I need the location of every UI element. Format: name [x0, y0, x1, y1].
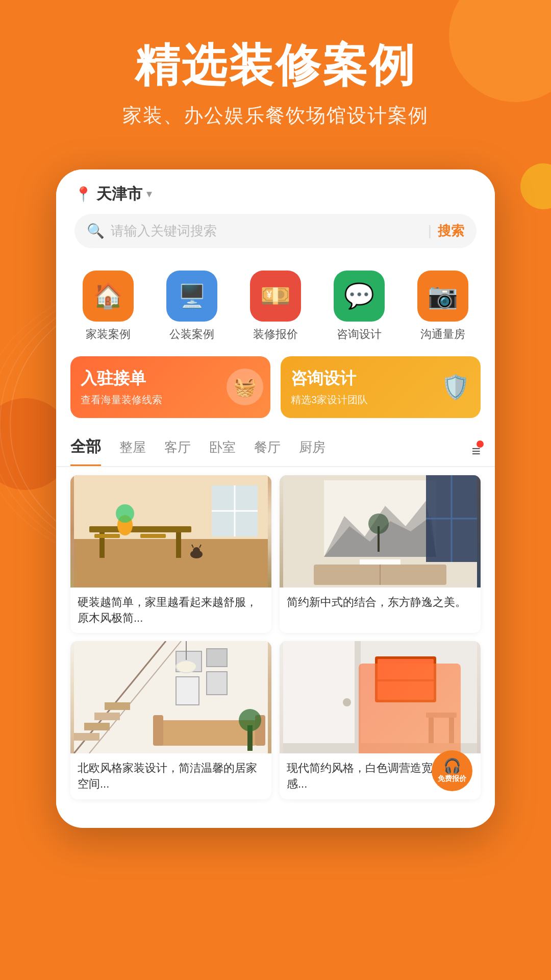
card-2-image	[280, 475, 481, 587]
banner-design-icon: 🛡️	[437, 369, 473, 405]
svg-rect-47	[283, 641, 360, 753]
location-row[interactable]: 📍 天津市 ▾	[74, 184, 477, 205]
search-bar[interactable]: 🔍 请输入关键词搜索 | 搜索	[74, 214, 477, 248]
svg-point-49	[343, 698, 351, 706]
tab-living[interactable]: 客厅	[164, 438, 191, 463]
svg-rect-27	[74, 733, 99, 741]
free-price-badge[interactable]: 🎧 免费报价	[432, 750, 472, 791]
card-2-illustration	[280, 475, 481, 587]
hero-section: 精选装修案例 家装、办公娱乐餐饮场馆设计案例	[0, 0, 551, 149]
category-measure-label: 沟通量房	[420, 327, 465, 342]
card-1[interactable]: 硬装越简单，家里越看起来越舒服，原木风极简...	[70, 475, 271, 633]
filter-tabs: 全部 整屋 客厅 卧室 餐厅 厨房 ≡	[56, 428, 495, 467]
category-price[interactable]: 💴 装修报价	[250, 271, 301, 342]
card-3-body: 北欧风格家装设计，简洁温馨的居家空间...	[70, 753, 271, 799]
card-2[interactable]: 简约新中式的结合，东方静逸之美。	[280, 475, 481, 633]
card-4-illustration	[280, 641, 481, 753]
svg-rect-36	[153, 715, 163, 746]
card-2-title: 简约新中式的结合，东方静逸之美。	[287, 595, 473, 610]
search-divider: |	[428, 223, 432, 239]
card-1-image	[70, 475, 271, 587]
card-1-illustration	[70, 475, 271, 587]
card-1-body: 硬装越简单，家里越看起来越舒服，原木风极简...	[70, 587, 271, 633]
svg-point-39	[176, 660, 196, 673]
search-placeholder[interactable]: 请输入关键词搜索	[111, 222, 422, 240]
svg-rect-7	[176, 532, 181, 558]
location-text: 天津市	[96, 184, 142, 205]
free-badge-label: 免费报价	[438, 774, 466, 783]
svg-rect-48	[355, 641, 361, 753]
card-3-illustration	[70, 641, 271, 753]
svg-point-17	[368, 513, 389, 534]
hero-subtitle: 家装、办公娱乐餐饮场馆设计案例	[20, 103, 531, 129]
card-4[interactable]: 🎧 免费报价 现代简约风格，白色调营造宽敞明亮感...	[280, 641, 481, 799]
svg-rect-45	[378, 659, 434, 700]
category-consult-label: 咨询设计	[337, 327, 382, 342]
banner-settle-icon: 🧺	[227, 369, 263, 405]
search-icon: 🔍	[87, 223, 105, 239]
location-pin-icon: 📍	[74, 186, 92, 203]
svg-rect-29	[94, 713, 120, 720]
category-price-icon: 💴	[250, 271, 301, 322]
svg-rect-44	[375, 656, 436, 702]
svg-point-13	[193, 547, 200, 554]
category-consult[interactable]: 💬 咨询设计	[334, 271, 385, 342]
tab-kitchen[interactable]: 厨房	[299, 438, 325, 463]
tab-whole[interactable]: 整屋	[119, 438, 146, 463]
svg-point-11	[116, 504, 134, 523]
card-1-title: 硬装越简单，家里越看起来越舒服，原木风极简...	[78, 595, 264, 626]
category-home-icon: 🏠	[83, 271, 134, 322]
bg-decoration-circle-mid	[520, 163, 551, 209]
category-home-label: 家装案例	[86, 327, 131, 342]
category-home[interactable]: 🏠 家装案例	[83, 271, 134, 342]
location-dropdown-icon: ▾	[146, 187, 152, 201]
filter-menu-icon[interactable]: ≡	[471, 443, 481, 460]
banner-settle[interactable]: 入驻接单 查看海量装修线索 🧺	[70, 356, 270, 418]
svg-rect-28	[84, 723, 110, 730]
headphone-icon: 🎧	[443, 757, 461, 774]
category-measure[interactable]: 📷 沟通量房	[417, 271, 468, 342]
menu-badge	[477, 440, 484, 448]
category-consult-icon: 💬	[334, 271, 385, 322]
card-3-title: 北欧风格家装设计，简洁温馨的居家空间...	[78, 761, 264, 792]
svg-rect-51	[426, 713, 457, 718]
category-row: 🏠 家装案例 🖥️ 公装案例 💴 装修报价 💬 咨询设计 📷 沟通量房	[56, 256, 495, 346]
category-price-label: 装修报价	[253, 327, 298, 342]
card-3-image	[70, 641, 271, 753]
phone-mockup: 📍 天津市 ▾ 🔍 请输入关键词搜索 | 搜索 🏠 家装案例 🖥️ 公装案例 💴…	[56, 169, 495, 828]
svg-rect-8	[94, 534, 120, 538]
svg-rect-46	[378, 679, 434, 681]
card-3[interactable]: 北欧风格家装设计，简洁温馨的居家空间...	[70, 641, 271, 799]
svg-rect-30	[105, 702, 130, 710]
card-2-body: 简约新中式的结合，东方静逸之美。	[280, 587, 481, 618]
tab-dining[interactable]: 餐厅	[254, 438, 281, 463]
category-measure-icon: 📷	[417, 271, 468, 322]
category-office-icon: 🖥️	[166, 271, 217, 322]
svg-rect-32	[207, 649, 227, 667]
phone-top-bar: 📍 天津市 ▾ 🔍 请输入关键词搜索 | 搜索	[56, 169, 495, 256]
svg-rect-9	[140, 534, 166, 538]
hero-title: 精选装修案例	[20, 41, 531, 90]
tab-bedroom[interactable]: 卧室	[209, 438, 236, 463]
svg-rect-34	[207, 672, 227, 695]
svg-rect-5	[89, 526, 191, 532]
card-4-image	[280, 641, 481, 753]
svg-point-41	[239, 709, 261, 731]
banner-design[interactable]: 咨询设计 精选3家设计团队 🛡️	[281, 356, 481, 418]
content-grid: 硬装越简单，家里越看起来越舒服，原木风极简...	[56, 467, 495, 807]
svg-rect-52	[429, 718, 434, 743]
svg-rect-33	[176, 677, 199, 705]
tab-all[interactable]: 全部	[70, 436, 101, 466]
svg-rect-53	[449, 718, 454, 743]
banner-row: 入驻接单 查看海量装修线索 🧺 咨询设计 精选3家设计团队 🛡️	[56, 346, 495, 428]
category-office-label: 公装案例	[169, 327, 214, 342]
category-office[interactable]: 🖥️ 公装案例	[166, 271, 217, 342]
search-button[interactable]: 搜索	[438, 222, 464, 240]
